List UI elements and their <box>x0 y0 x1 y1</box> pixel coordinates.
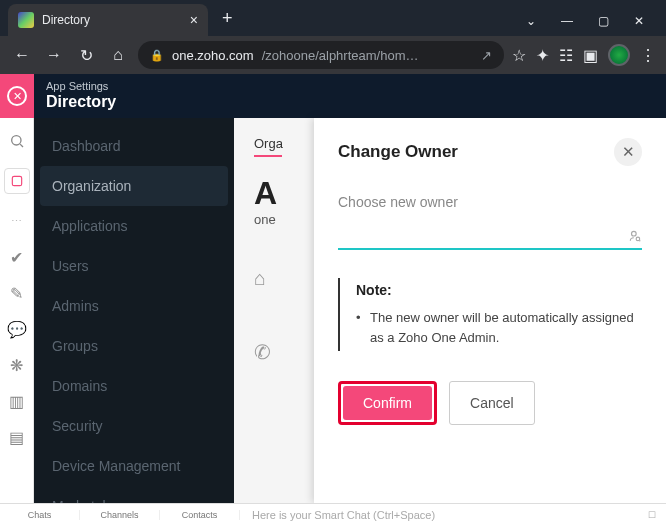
tab-close-icon[interactable]: × <box>190 12 198 28</box>
app-header: ✕ App Settings Directory <box>0 74 666 118</box>
rail-divider: ⋯ <box>8 212 26 230</box>
svg-line-1 <box>20 144 23 147</box>
note-body: The new owner will be automatically assi… <box>356 308 642 347</box>
star-icon[interactable]: ☆ <box>512 46 526 65</box>
icon-rail: ⋯ ✔ ✎ 💬 ❋ ▥ ▤ <box>0 118 34 503</box>
bottom-tab-chats[interactable]: Chats <box>0 510 80 520</box>
bottom-bar: Chats Channels Contacts Here is your Sma… <box>0 503 666 525</box>
edit-icon[interactable]: ✎ <box>8 284 26 302</box>
sidebar-item-dashboard[interactable]: Dashboard <box>34 126 234 166</box>
smart-chat-placeholder: Here is your Smart Chat (Ctrl+Space) <box>252 509 435 521</box>
window-controls: ⌄ — ▢ ✕ <box>524 14 666 36</box>
sidebar-item-admins[interactable]: Admins <box>34 286 234 326</box>
clipboard-icon[interactable]: ▤ <box>8 428 26 446</box>
sidebar-item-label: Dashboard <box>52 138 121 154</box>
svg-line-5 <box>639 240 640 241</box>
sidebar-item-device-management[interactable]: Device Management <box>34 446 234 486</box>
sidebar-item-label: Device Management <box>52 458 180 474</box>
bottom-tab-channels[interactable]: Channels <box>80 510 160 520</box>
reading-list-icon[interactable]: ☷ <box>559 46 573 65</box>
extensions-icon[interactable]: ✦ <box>536 46 549 65</box>
directory-rail-icon[interactable] <box>4 168 30 194</box>
owner-field-label: Choose new owner <box>338 194 642 210</box>
note-box: Note: The new owner will be automaticall… <box>338 278 642 351</box>
sidebar-item-users[interactable]: Users <box>34 246 234 286</box>
sidebar-item-label: Domains <box>52 378 107 394</box>
gear-icon[interactable]: ❋ <box>8 356 26 374</box>
bottom-tab-label: Chats <box>28 510 52 520</box>
modal-close-button[interactable]: ✕ <box>614 138 642 166</box>
side-panel-icon[interactable]: ▣ <box>583 46 598 65</box>
content-area: Orga A one ⌂ ✆ Change Owner ✕ Choose new… <box>234 118 666 503</box>
close-icon[interactable]: ✕ <box>632 14 646 28</box>
sidebar-item-label: Admins <box>52 298 99 314</box>
inbox-icon[interactable]: ☐ <box>638 510 666 520</box>
svg-point-4 <box>636 237 640 241</box>
change-owner-modal: Change Owner ✕ Choose new owner Note: Th… <box>314 118 666 503</box>
tab-title: Directory <box>42 13 90 27</box>
tab-underline <box>254 155 282 157</box>
app-body: ⋯ ✔ ✎ 💬 ❋ ▥ ▤ Dashboard Organization App… <box>0 118 666 503</box>
search-icon[interactable] <box>8 132 26 150</box>
chart-icon[interactable]: ▥ <box>8 392 26 410</box>
svg-rect-2 <box>12 176 21 185</box>
owner-input[interactable] <box>338 228 642 250</box>
sidebar-item-label: Users <box>52 258 89 274</box>
menu-icon[interactable]: ⋮ <box>640 46 656 65</box>
modal-title: Change Owner <box>338 142 458 162</box>
chat-icon[interactable]: 💬 <box>8 320 26 338</box>
chevron-down-icon[interactable]: ⌄ <box>524 14 538 28</box>
forward-button[interactable]: → <box>42 43 66 67</box>
bottom-tab-label: Channels <box>100 510 138 520</box>
close-circle-icon: ✕ <box>7 86 27 106</box>
sidebar-item-applications[interactable]: Applications <box>34 206 234 246</box>
confirm-highlight: Confirm <box>338 381 437 425</box>
sidebar-item-security[interactable]: Security <box>34 406 234 446</box>
sidebar-item-label: Security <box>52 418 103 434</box>
minimize-icon[interactable]: — <box>560 14 574 28</box>
check-icon[interactable]: ✔ <box>8 248 26 266</box>
smart-chat-input[interactable]: Here is your Smart Chat (Ctrl+Space) <box>240 509 638 521</box>
share-icon[interactable]: ↗ <box>481 48 492 63</box>
window-titlebar: Directory × + ⌄ — ▢ ✕ <box>0 0 666 36</box>
header-close-button[interactable]: ✕ <box>0 74 34 118</box>
lock-icon: 🔒 <box>150 49 164 62</box>
bottom-tab-label: Contacts <box>182 510 218 520</box>
maximize-icon[interactable]: ▢ <box>596 14 610 28</box>
sidebar-item-label: Applications <box>52 218 128 234</box>
confirm-button[interactable]: Confirm <box>343 386 432 420</box>
browser-toolbar: ← → ↻ ⌂ 🔒 one.zoho.com/zohoone/alphrteam… <box>0 36 666 74</box>
breadcrumb: App Settings <box>46 80 116 92</box>
page-title: Directory <box>46 92 116 111</box>
back-button[interactable]: ← <box>10 43 34 67</box>
url-host: one.zoho.com <box>172 48 254 63</box>
sidebar-item-groups[interactable]: Groups <box>34 326 234 366</box>
profile-avatar[interactable] <box>608 44 630 66</box>
sidebar-item-label: Groups <box>52 338 98 354</box>
sidebar-item-label: Organization <box>52 178 131 194</box>
note-title: Note: <box>356 282 642 298</box>
url-path: /zohoone/alphrteam/hom… <box>262 48 419 63</box>
browser-tab[interactable]: Directory × <box>8 4 208 36</box>
svg-point-0 <box>11 136 20 145</box>
home-button[interactable]: ⌂ <box>106 43 130 67</box>
cancel-button[interactable]: Cancel <box>449 381 535 425</box>
address-bar[interactable]: 🔒 one.zoho.com/zohoone/alphrteam/hom… ↗ <box>138 41 504 69</box>
sidebar: Dashboard Organization Applications User… <box>34 118 234 503</box>
tab-favicon <box>18 12 34 28</box>
bottom-tab-contacts[interactable]: Contacts <box>160 510 240 520</box>
sidebar-item-organization[interactable]: Organization <box>40 166 228 206</box>
reload-button[interactable]: ↻ <box>74 43 98 67</box>
svg-point-3 <box>632 231 637 236</box>
user-search-icon[interactable] <box>628 229 642 246</box>
sidebar-item-domains[interactable]: Domains <box>34 366 234 406</box>
new-tab-button[interactable]: + <box>208 8 247 29</box>
